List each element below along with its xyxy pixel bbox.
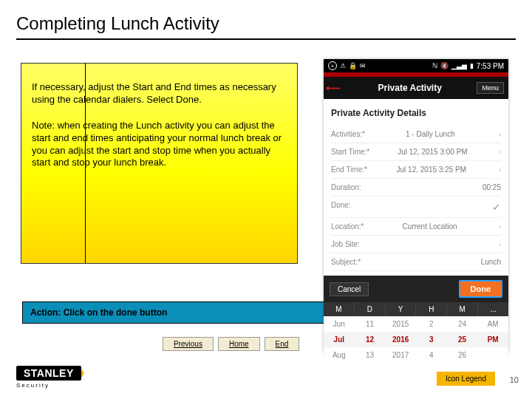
dial-cell: Aug xyxy=(324,347,355,363)
value-location: Current Location xyxy=(403,222,457,231)
logo-subtext: Security xyxy=(16,382,84,389)
warning-icon: ⚠ xyxy=(340,62,346,69)
row-start-time[interactable]: Start Time:* Jul 12, 2015 3:00 PM xyxy=(331,143,501,161)
done-button[interactable]: Done xyxy=(459,280,503,298)
value-subject: Lunch xyxy=(481,258,501,266)
dial-hdr-min: M xyxy=(447,302,478,316)
label-activities: Activities:* xyxy=(331,130,365,138)
cancel-button[interactable]: Cancel xyxy=(330,282,369,296)
action-text: Action: Click on the done button xyxy=(30,307,167,318)
label-start: Start Time:* xyxy=(331,148,369,156)
value-activities: 1 - Daily Lunch xyxy=(406,130,455,138)
note-paragraph-1: If necessary, adjust the Start and End t… xyxy=(32,81,287,106)
back-icon[interactable]: ⟵ xyxy=(324,82,343,94)
dial-cell: 24 xyxy=(447,316,478,332)
previous-button[interactable]: Previous xyxy=(163,337,214,351)
status-clock: 7:53 PM xyxy=(477,62,504,70)
value-end: Jul 12, 2015 3:25 PM xyxy=(397,166,467,174)
end-button[interactable]: End xyxy=(265,337,300,351)
instruction-note: If necessary, adjust the Start and End t… xyxy=(21,63,298,264)
dial-cell: 3 xyxy=(416,332,447,347)
dial-cell: 13 xyxy=(355,347,386,363)
dial-hdr-day: D xyxy=(355,302,386,316)
app-bar: ⟵ Private Activity Menu xyxy=(324,77,508,99)
label-location: Location:* xyxy=(331,222,364,231)
phone-screenshot: + ⚠ 🔒 ✉ ℕ 🔇 ▁▃▅ ▮ 7:53 PM ⟵ Private Acti… xyxy=(324,59,508,353)
dial-cell: Jun xyxy=(324,316,355,332)
row-activities[interactable]: Activities:* 1 - Daily Lunch xyxy=(331,126,501,143)
label-jobsite: Job Site: xyxy=(331,240,360,248)
title-rule xyxy=(16,38,516,40)
row-duration: Duration: 00:25 xyxy=(331,179,501,197)
dial-cell: 25 xyxy=(447,332,478,347)
row-subject[interactable]: Subject:* Lunch xyxy=(331,253,501,271)
dial-cell: PM xyxy=(477,332,508,347)
lock-icon: 🔒 xyxy=(349,62,357,69)
row-location[interactable]: Location:* Current Location xyxy=(331,218,501,236)
button-row: Cancel Done xyxy=(324,276,508,302)
value-duration: 00:25 xyxy=(482,183,501,191)
wifi-icon: ▁▃▅ xyxy=(451,62,467,69)
mail-icon: ✉ xyxy=(360,62,366,69)
status-bar: + ⚠ 🔒 ✉ ℕ 🔇 ▁▃▅ ▮ 7:53 PM xyxy=(324,59,508,72)
dial-cell: 26 xyxy=(447,347,478,363)
icon-legend-button[interactable]: Icon Legend xyxy=(437,372,495,386)
details-panel: Private Activity Details Activities:* 1 … xyxy=(324,99,508,276)
page-title: Completing Lunch Activity xyxy=(16,13,219,34)
dial-cell: 2017 xyxy=(385,347,416,363)
dial-hdr-hour: H xyxy=(416,302,447,316)
page-number: 10 xyxy=(510,375,519,384)
brand-logo: STANLEY Security xyxy=(16,366,84,389)
home-button[interactable]: Home xyxy=(218,337,260,351)
details-header: Private Activity Details xyxy=(331,108,501,118)
battery-icon: ▮ xyxy=(470,62,474,69)
checkmark-icon: ✓ xyxy=(492,201,501,213)
label-subject: Subject:* xyxy=(331,258,361,266)
dial-header: M D Y H M ... xyxy=(324,302,508,316)
note-paragraph-2: Note: when creating the Lunch activity y… xyxy=(32,120,287,170)
row-end-time[interactable]: End Time:* Jul 12, 2015 3:25 PM xyxy=(331,161,501,179)
app-title: Private Activity xyxy=(343,83,477,93)
dial-hdr-month: M xyxy=(324,302,355,316)
label-end: End Time:* xyxy=(331,166,367,174)
label-done: Done: xyxy=(331,201,351,213)
nfc-icon: ℕ xyxy=(432,62,437,69)
plus-icon: + xyxy=(328,61,337,70)
nav-buttons: Previous Home End xyxy=(163,337,299,351)
dial-cell: AM xyxy=(477,316,508,332)
dial-cell: 2015 xyxy=(385,316,416,332)
dial-hdr-year: Y xyxy=(386,302,417,316)
logo-text: STANLEY xyxy=(16,366,81,381)
mute-icon: 🔇 xyxy=(440,62,449,69)
dial-cell xyxy=(477,347,508,363)
dial-cell: 11 xyxy=(355,316,386,332)
menu-button[interactable]: Menu xyxy=(477,82,504,94)
dial-row-next[interactable]: Aug 13 2017 4 26 xyxy=(324,347,508,363)
row-done[interactable]: Done: ✓ xyxy=(331,197,501,218)
dial-cell: Jul xyxy=(324,332,355,347)
value-start: Jul 12, 2015 3:00 PM xyxy=(398,148,468,156)
dial-row-selected[interactable]: Jul 12 2016 3 25 PM xyxy=(324,332,508,347)
dial-row-prev[interactable]: Jun 11 2015 2 24 AM xyxy=(324,316,508,332)
dial-cell: 2 xyxy=(416,316,447,332)
dial-cell: 2016 xyxy=(385,332,416,347)
label-duration: Duration: xyxy=(331,183,361,191)
dial-cell: 4 xyxy=(416,347,447,363)
row-jobsite[interactable]: Job Site: xyxy=(331,236,501,253)
dial-cell: 12 xyxy=(355,332,386,347)
dial-hdr-ampm: ... xyxy=(478,302,508,316)
